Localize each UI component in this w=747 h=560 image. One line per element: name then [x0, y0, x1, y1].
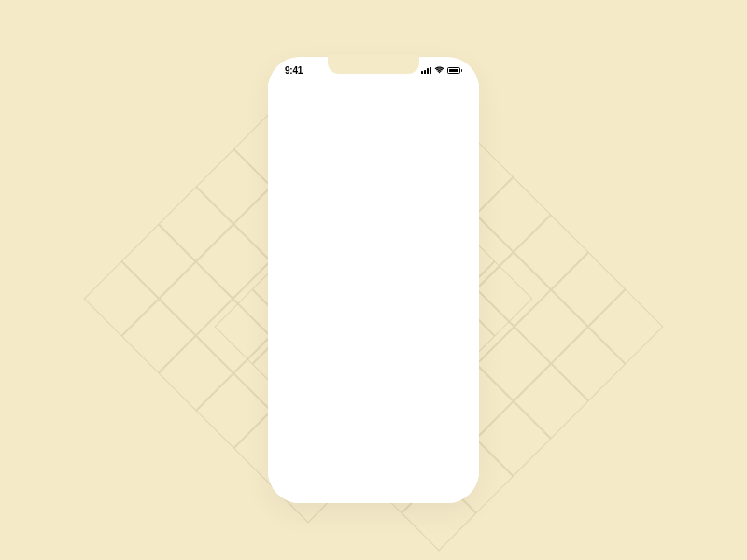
wifi-icon: [434, 66, 444, 74]
phone-screen-content: [268, 83, 479, 503]
cellular-signal-icon: [421, 66, 431, 74]
phone-notch: [328, 55, 419, 74]
phone-frame: 9:41: [268, 57, 479, 503]
status-bar-icons: [421, 66, 462, 74]
battery-icon: [447, 67, 462, 74]
status-bar-time: 9:41: [285, 65, 303, 76]
